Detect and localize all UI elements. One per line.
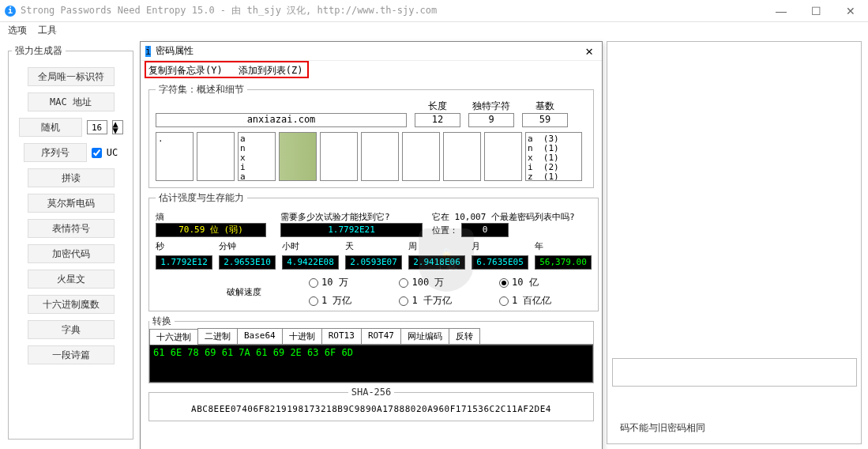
tab-十六进制[interactable]: 十六进制 (149, 329, 198, 345)
charset-box-8 (484, 132, 522, 181)
radix-value: 59 (522, 113, 568, 127)
btn-hexmagic[interactable]: 十六进制魔数 (28, 295, 115, 314)
radio-1 百亿亿[interactable]: 1 百亿亿 (499, 294, 551, 308)
btn-random[interactable]: 随机 (19, 118, 82, 137)
time-value-3: 2.0593E07 (345, 255, 402, 270)
charset-box-0: . (156, 132, 194, 181)
btn-mars[interactable]: 火星文 (28, 270, 115, 289)
time-label-6: 年 (535, 240, 592, 252)
radio-circle[interactable] (399, 278, 408, 288)
time-value-1: 2.9653E10 (219, 255, 276, 270)
btn-dict[interactable]: 字典 (28, 320, 115, 339)
menu-tools[interactable]: 工具 (38, 24, 57, 37)
charset-box-7 (443, 132, 481, 181)
charset-box-5 (361, 132, 399, 181)
radio-circle[interactable] (499, 296, 509, 306)
tab-十进制[interactable]: 十进制 (282, 328, 322, 344)
close-button[interactable]: ✕ (833, 0, 868, 22)
strength-legend: 估计强度与生存能力 (156, 191, 247, 205)
password-display: anxiazai.com (156, 113, 407, 127)
time-value-0: 1.7792E12 (156, 255, 212, 270)
charset-legend: 字符集：概述和细节 (156, 83, 247, 96)
label-radix: 基数 (522, 100, 568, 113)
unique-value: 9 (468, 113, 514, 127)
charset-box-4 (320, 132, 358, 181)
radio-100 万[interactable]: 100 万 (399, 276, 451, 289)
time-label-2: 小时 (282, 240, 339, 252)
radio-circle[interactable] (499, 278, 509, 288)
worst-pos-display: 0 (461, 223, 509, 237)
dialog-icon: i (145, 46, 151, 57)
charset-box-2: a n x i a (238, 132, 276, 181)
radio-circle[interactable] (309, 296, 318, 306)
menu-copy-memo[interactable]: 复制到备忘录(Y) (148, 64, 223, 77)
radio-circle[interactable] (309, 278, 318, 288)
label-length: 长度 (415, 100, 460, 113)
time-value-5: 6.7635E05 (472, 255, 528, 270)
entropy-display: 70.59 位 (弱) (156, 223, 266, 237)
hex-output: 61 6E 78 69 61 7A 61 69 2E 63 6F 6D (149, 345, 593, 383)
radio-10 万[interactable]: 10 万 (309, 276, 351, 289)
time-value-4: 2.9418E06 (408, 255, 465, 270)
convert-legend: 转换 (149, 315, 175, 328)
btn-crypto[interactable]: 加密代码 (28, 244, 115, 263)
minimize-button[interactable]: — (764, 0, 798, 22)
app-icon: i (5, 6, 16, 17)
length-spinner[interactable]: 16 (87, 120, 107, 134)
radio-circle[interactable] (399, 296, 408, 306)
tab-网址编码[interactable]: 网址编码 (400, 328, 449, 344)
time-value-2: 4.9422E08 (282, 255, 339, 270)
right-message: 码不能与旧密码相同 (620, 421, 705, 435)
dialog-close-button[interactable]: ✕ (581, 43, 597, 59)
dialog-title: 密码属性 (156, 44, 194, 58)
tab-ROT13[interactable]: ROT13 (321, 328, 362, 344)
entropy-label: 熵 (156, 211, 208, 223)
sha-legend: SHA-256 (348, 387, 395, 398)
btn-poem[interactable]: 一段诗篇 (28, 345, 115, 364)
time-label-1: 分钟 (219, 240, 276, 252)
tab-Base64[interactable]: Base64 (237, 328, 283, 344)
menu-add-list[interactable]: 添加到列表(Z) (239, 64, 303, 77)
crack-speed-label: 破解速度 (227, 286, 261, 298)
radio-10 亿[interactable]: 10 亿 (499, 276, 551, 289)
tries-label: 需要多少次试验才能找到它? (280, 211, 426, 223)
charset-box-freq: a (3) n (1) x (1) i (2) z (1) (525, 132, 582, 181)
time-label-4: 周 (408, 240, 465, 252)
btn-morse[interactable]: 莫尔斯电码 (28, 194, 115, 213)
btn-emoji[interactable]: 表情符号 (28, 219, 115, 238)
right-panel: 码不能与旧密码相同 (607, 41, 862, 444)
time-label-0: 秒 (156, 240, 212, 252)
time-label-5: 月 (472, 240, 528, 252)
time-value-6: 56,379.00 (535, 255, 592, 270)
charset-box-3 (279, 132, 317, 181)
btn-serial[interactable]: 序列号 (24, 143, 87, 162)
uc-checkbox[interactable] (92, 148, 102, 158)
worst-pos-label: 位置： (432, 224, 458, 236)
btn-mac[interactable]: MAC 地址 (28, 92, 115, 111)
btn-spell[interactable]: 拼读 (28, 168, 115, 187)
sha-value: ABC8EEE07406F8219198173218B9C9890A178880… (156, 404, 587, 414)
sidebar-legend: 强力生成器 (12, 44, 66, 58)
charset-box-1 (197, 132, 235, 181)
maximize-button[interactable]: ☐ (798, 0, 833, 22)
tab-ROT47[interactable]: ROT47 (361, 328, 401, 344)
btn-guid[interactable]: 全局唯一标识符 (28, 67, 115, 86)
time-label-3: 天 (345, 240, 402, 252)
radio-1 千万亿[interactable]: 1 千万亿 (399, 294, 451, 308)
tries-display: 1.7792E21 (280, 223, 423, 237)
menu-options[interactable]: 选项 (8, 24, 27, 37)
window-title: Strong Passwords Need Entropy 15.0 - 由 t… (21, 4, 437, 17)
right-inner-box (612, 358, 857, 387)
length-value: 12 (415, 113, 460, 127)
radio-1 万亿[interactable]: 1 万亿 (309, 294, 351, 308)
password-properties-dialog: i 密码属性 ✕ 复制到备忘录(Y) 添加到列表(Z) 字符集：概述和细节 长度… (140, 41, 603, 449)
tab-二进制[interactable]: 二进制 (197, 328, 238, 344)
label-unique: 独特字符 (468, 100, 514, 113)
charset-box-6 (402, 132, 440, 181)
worst-label: 它在 10,007 个最差密码列表中吗? (432, 211, 592, 223)
spinner-arrows[interactable]: ▲▼ (112, 120, 123, 134)
tab-反转[interactable]: 反转 (449, 328, 480, 344)
uc-label: UC (107, 147, 118, 158)
